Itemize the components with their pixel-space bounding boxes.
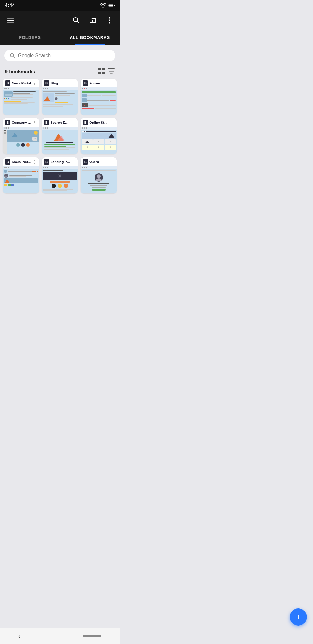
card-title: Social Network	[12, 160, 32, 164]
b-icon: B	[5, 80, 10, 86]
search-bar[interactable]	[4, 50, 115, 61]
card-title: Company Web...	[12, 121, 32, 124]
card-header: B Online Store ⋮	[81, 118, 117, 127]
svg-rect-3	[7, 18, 14, 19]
card-title: News Portal	[12, 81, 31, 85]
svg-point-11	[109, 20, 110, 21]
b-icon: B	[44, 159, 49, 165]
b-icon: B	[83, 159, 88, 165]
card-thumbnail-news-portal	[3, 87, 39, 115]
card-menu-company[interactable]: ⋮	[32, 120, 37, 125]
card-menu-social-network[interactable]: ⋮	[32, 159, 37, 164]
svg-rect-16	[102, 68, 105, 70]
card-thumbnail-blog	[42, 87, 78, 115]
tab-folders[interactable]: FOLDERS	[0, 29, 60, 45]
svg-point-6	[73, 18, 78, 22]
svg-point-22	[97, 174, 101, 178]
tab-all-bookmarks[interactable]: ALL BOOKMARKS	[60, 29, 120, 45]
svg-rect-21	[110, 73, 113, 74]
svg-rect-1	[109, 5, 113, 7]
search-button[interactable]	[71, 15, 82, 26]
bookmarks-grid: B News Portal ⋮	[0, 79, 120, 218]
card-menu-landing-page[interactable]: ⋮	[70, 159, 76, 164]
svg-rect-5	[7, 22, 14, 23]
more-options-button[interactable]	[104, 15, 115, 26]
svg-point-23	[96, 178, 102, 181]
svg-point-12	[109, 22, 110, 24]
b-icon: B	[44, 80, 49, 86]
view-controls	[98, 68, 115, 76]
b-icon: B	[5, 120, 10, 125]
svg-rect-15	[98, 68, 101, 70]
card-menu-news-portal[interactable]: ⋮	[32, 81, 37, 86]
svg-rect-18	[102, 72, 105, 74]
bookmark-card-blog[interactable]: B Blog ⋮	[42, 79, 78, 115]
new-folder-button[interactable]	[87, 15, 98, 26]
app-bar-left	[5, 15, 16, 26]
card-thumbnail-online-store: ✕ ✕ ✕ ✕ ✕	[81, 127, 117, 154]
app-bar	[0, 11, 120, 29]
bookmark-card-online-store[interactable]: B Online Store ⋮	[81, 118, 117, 154]
card-header: B Landing Page ⋮	[42, 157, 78, 166]
bookmark-card-search-engine[interactable]: B Search Engine ⋮	[42, 118, 78, 154]
battery-icon	[108, 4, 115, 7]
svg-rect-4	[7, 20, 14, 21]
svg-rect-20	[109, 71, 114, 72]
svg-line-14	[13, 57, 15, 58]
bookmark-card-landing-page[interactable]: B Landing Page ⋮ ✕	[42, 157, 78, 193]
card-header: B Search Engine ⋮	[42, 118, 78, 127]
card-menu-forum[interactable]: ⋮	[109, 81, 115, 86]
bookmark-card-company-website[interactable]: B Company Web... ⋮	[3, 118, 39, 154]
bookmark-card-news-portal[interactable]: B News Portal ⋮	[3, 79, 39, 115]
bookmark-card-social-network[interactable]: B Social Network ⋮	[3, 157, 39, 193]
card-thumbnail-vcard	[81, 166, 117, 193]
card-header: B Forum ⋮	[81, 79, 117, 87]
card-menu-search-engine[interactable]: ⋮	[70, 120, 76, 125]
sort-button[interactable]	[108, 68, 115, 76]
card-title: Search Engine	[51, 121, 71, 124]
tabs-bar: FOLDERS ALL BOOKMARKS	[0, 29, 120, 45]
card-title: Forum	[89, 81, 100, 85]
b-icon: B	[5, 159, 10, 165]
list-header: 9 bookmarks	[0, 64, 120, 79]
status-icons	[100, 3, 115, 8]
b-icon: B	[83, 80, 88, 86]
card-header: B Blog ⋮	[42, 79, 78, 87]
card-header: B Social Network ⋮	[3, 157, 39, 166]
status-bar: 4:44	[0, 0, 120, 11]
search-container	[0, 45, 120, 64]
app-bar-right	[71, 15, 115, 26]
svg-line-7	[77, 21, 79, 24]
search-input[interactable]	[18, 53, 110, 58]
bookmark-card-forum[interactable]: B Forum ⋮	[81, 79, 117, 115]
b-icon: B	[83, 120, 88, 125]
card-header: B vCard ⋮	[81, 157, 117, 166]
wifi-icon	[100, 3, 106, 8]
menu-button[interactable]	[5, 15, 16, 26]
card-thumbnail-social-network	[3, 166, 39, 193]
bookmark-count: 9 bookmarks	[5, 69, 35, 75]
card-header: B Company Web... ⋮	[3, 118, 39, 127]
card-thumbnail-forum	[81, 87, 117, 115]
bookmark-card-vcard[interactable]: B vCard ⋮	[81, 157, 117, 193]
svg-rect-2	[114, 5, 115, 6]
search-icon	[10, 53, 15, 58]
card-title: Online Store	[89, 121, 109, 124]
card-title: Landing Page	[51, 160, 71, 164]
svg-point-13	[10, 54, 14, 57]
card-thumbnail-landing-page: ✕	[42, 166, 78, 193]
card-menu-vcard[interactable]: ⋮	[109, 159, 115, 164]
svg-rect-17	[98, 72, 101, 74]
grid-view-button[interactable]	[98, 68, 105, 76]
card-title: Blog	[51, 81, 58, 85]
svg-point-10	[109, 17, 110, 19]
card-header: B News Portal ⋮	[3, 79, 39, 87]
card-menu-blog[interactable]: ⋮	[70, 81, 76, 86]
card-menu-online-store[interactable]: ⋮	[109, 120, 115, 125]
b-icon: B	[44, 120, 49, 125]
status-time: 4:44	[5, 3, 15, 8]
svg-rect-19	[108, 68, 115, 69]
card-title: vCard	[89, 160, 99, 164]
card-thumbnail-company: ✉	[3, 127, 39, 154]
card-thumbnail-search-engine	[42, 127, 78, 154]
